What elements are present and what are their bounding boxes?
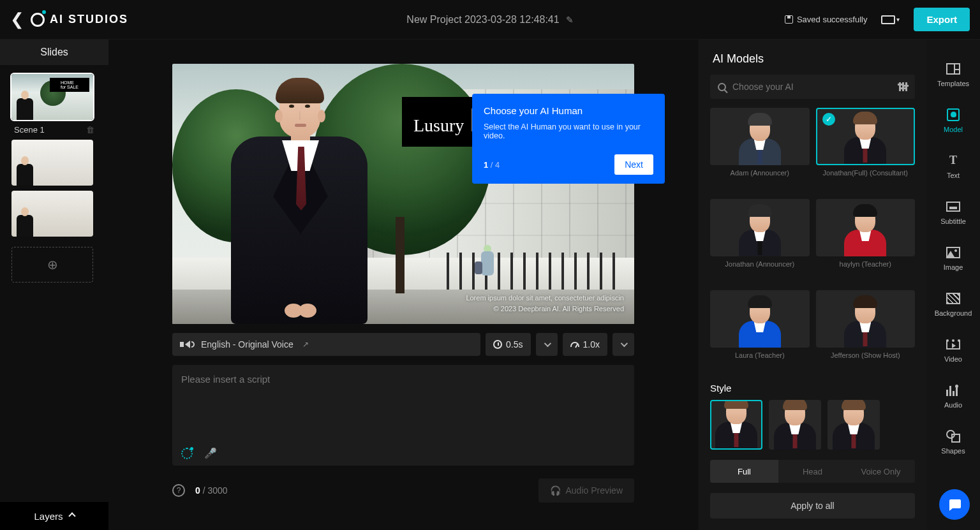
headphones-icon: 🎧 bbox=[550, 485, 561, 496]
speaker-icon bbox=[180, 341, 195, 348]
slide-thumb-2[interactable] bbox=[11, 140, 93, 186]
style-card[interactable] bbox=[769, 400, 821, 450]
video-icon bbox=[946, 337, 961, 352]
speed-dropdown[interactable] bbox=[612, 333, 634, 356]
clock-icon bbox=[493, 340, 502, 349]
speed-control[interactable]: 1.0x bbox=[563, 333, 607, 356]
segment-voice-only[interactable]: Voice Only bbox=[847, 460, 915, 483]
model-card[interactable]: ✓ bbox=[816, 108, 916, 165]
canvas-title-script: Lusury bbox=[413, 115, 464, 136]
chevron-down-icon bbox=[544, 340, 551, 347]
chat-fab[interactable] bbox=[939, 489, 970, 520]
model-cell: haylyn (Teacher) bbox=[816, 199, 916, 284]
credit-line-2: © 2023 Deepbrain AI. All Rights Reserved bbox=[466, 304, 624, 314]
layers-toggle[interactable]: Layers bbox=[0, 502, 108, 530]
style-section: Style bbox=[699, 375, 926, 450]
tool-background[interactable]: Background bbox=[932, 286, 974, 321]
tool-shapes[interactable]: Shapes bbox=[932, 423, 974, 459]
tool-label: Templates bbox=[937, 80, 969, 87]
right-panel: AI Models Adam (Announcer)✓Jonathan(Full… bbox=[698, 40, 926, 530]
text-icon: T bbox=[946, 153, 961, 168]
apply-to-all-button[interactable]: Apply to all bbox=[710, 493, 915, 519]
tool-label: Subtittle bbox=[940, 217, 966, 225]
model-cell: Adam (Announcer) bbox=[710, 108, 810, 193]
slide-thumbnails: HOMEfor SALE Scene 1 🗑 ⊕ bbox=[0, 65, 108, 291]
style-card[interactable] bbox=[828, 400, 880, 450]
app-logo[interactable]: AI STUDIOS bbox=[31, 13, 128, 27]
tool-label: Model bbox=[944, 126, 963, 133]
slide-thumb-1[interactable]: HOMEfor SALE bbox=[11, 74, 93, 120]
tool-text[interactable]: TText bbox=[932, 148, 974, 184]
model-icon bbox=[946, 107, 961, 122]
style-card[interactable] bbox=[710, 400, 762, 450]
chat-icon bbox=[947, 497, 962, 512]
tool-audio[interactable]: Audio bbox=[932, 378, 974, 413]
slide-thumb-3[interactable] bbox=[11, 191, 93, 237]
caret-down-icon: ▾ bbox=[896, 16, 900, 23]
duration-dropdown[interactable] bbox=[536, 333, 558, 356]
image-icon bbox=[946, 245, 961, 260]
model-card[interactable] bbox=[710, 108, 810, 165]
edit-title-button[interactable]: ✎ bbox=[566, 15, 574, 25]
language-label: English - Original Voice bbox=[201, 339, 293, 350]
shapes-icon bbox=[946, 429, 961, 444]
language-selector[interactable]: English - Original Voice ↗ bbox=[172, 333, 480, 356]
model-name-label: Jonathan(Full) (Consultant) bbox=[816, 169, 916, 177]
model-name-label: Jonathan (Announcer) bbox=[710, 260, 810, 268]
tooltip-body: Select the AI Human you want to use in y… bbox=[484, 122, 653, 140]
model-card[interactable] bbox=[710, 290, 810, 348]
script-input[interactable]: Please insert a script 🎤 bbox=[172, 365, 634, 466]
help-button[interactable]: ? bbox=[172, 484, 185, 497]
duration-value: 0.5s bbox=[506, 339, 523, 350]
duration-control[interactable]: 0.5s bbox=[486, 333, 530, 356]
tooltip-step-indicator: 1 / 4 bbox=[484, 160, 500, 170]
tool-image[interactable]: Image bbox=[932, 240, 974, 276]
scene-label: Scene 1 bbox=[14, 125, 45, 135]
style-row bbox=[710, 400, 915, 450]
export-button[interactable]: Export bbox=[914, 8, 970, 31]
tool-templates[interactable]: Templates bbox=[932, 56, 974, 92]
onboarding-tooltip: Choose your AI Human Select the AI Human… bbox=[472, 94, 665, 184]
gauge-icon bbox=[570, 342, 579, 347]
tooltip-next-button[interactable]: Next bbox=[614, 154, 653, 175]
segment-full[interactable]: Full bbox=[710, 460, 778, 483]
tool-label: Text bbox=[947, 172, 960, 179]
save-status: Saved successfully bbox=[785, 15, 868, 24]
model-name-label: Jefferson (Show Host) bbox=[816, 351, 916, 359]
ai-assist-button[interactable] bbox=[181, 448, 193, 459]
templates-icon bbox=[946, 61, 961, 77]
top-right-group: Saved successfully ▾ Export bbox=[785, 8, 970, 31]
segment-head[interactable]: Head bbox=[778, 460, 847, 483]
audio-icon bbox=[946, 383, 961, 398]
model-card[interactable] bbox=[816, 199, 916, 256]
audio-preview-button[interactable]: 🎧 Audio Preview bbox=[538, 478, 635, 503]
model-grid: Adam (Announcer)✓Jonathan(Full) (Consult… bbox=[699, 108, 926, 375]
model-name-label: haylyn (Teacher) bbox=[816, 260, 916, 268]
style-title: Style bbox=[710, 383, 915, 394]
delete-scene-button[interactable]: 🗑 bbox=[86, 125, 94, 135]
tool-model[interactable]: Model bbox=[932, 102, 974, 138]
filter-icon[interactable] bbox=[899, 82, 907, 91]
ai-human-on-canvas[interactable] bbox=[221, 74, 374, 324]
back-button[interactable]: ❮ bbox=[10, 10, 31, 29]
left-sidebar: Slides HOMEfor SALE Scene 1 🗑 ⊕ Layers bbox=[0, 40, 108, 530]
tool-label: Shapes bbox=[941, 447, 965, 455]
model-search[interactable] bbox=[710, 75, 915, 99]
model-card[interactable] bbox=[816, 290, 916, 348]
script-placeholder: Please insert a script bbox=[181, 374, 625, 385]
microphone-button[interactable]: 🎤 bbox=[204, 447, 217, 459]
model-name-label: Adam (Announcer) bbox=[710, 169, 810, 177]
chevron-up-icon bbox=[68, 512, 75, 519]
character-count: 0 / 3000 bbox=[195, 485, 228, 496]
chevron-down-icon bbox=[621, 340, 628, 347]
tool-label: Video bbox=[944, 355, 962, 363]
scene-label-row: Scene 1 🗑 bbox=[11, 125, 97, 135]
add-slide-button[interactable]: ⊕ bbox=[11, 247, 93, 283]
canvas-credit: Lorem ipsum dolor sit amet, consectetuer… bbox=[466, 293, 624, 314]
right-panel-title: AI Models bbox=[699, 40, 926, 75]
device-preview-toggle[interactable]: ▾ bbox=[879, 13, 902, 27]
model-search-input[interactable] bbox=[732, 82, 893, 92]
model-card[interactable] bbox=[710, 199, 810, 256]
tool-video[interactable]: Video bbox=[932, 332, 974, 367]
tool-subtitle[interactable]: Subtittle bbox=[932, 194, 974, 230]
